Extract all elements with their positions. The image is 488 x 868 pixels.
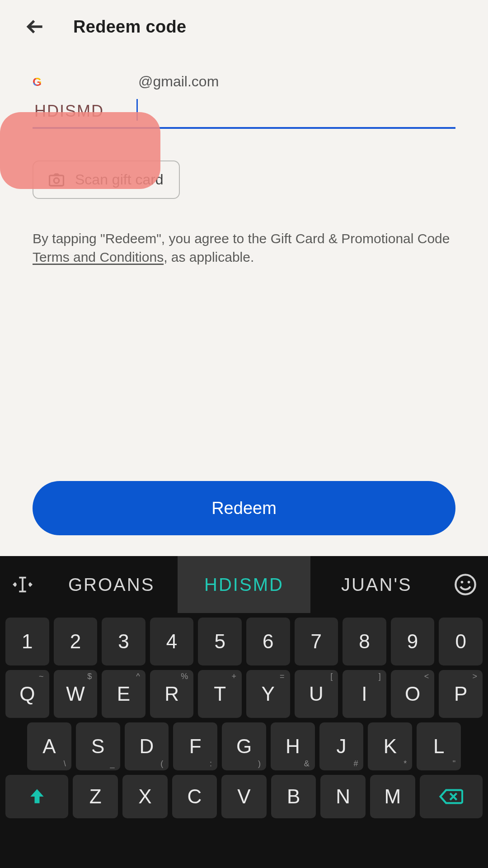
suggestion-1[interactable]: HDISMD <box>178 556 310 613</box>
key-hint: ( <box>160 759 163 769</box>
key-f[interactable]: F: <box>173 722 217 770</box>
key-hint: " <box>453 759 455 769</box>
key-hint: \ <box>64 759 66 769</box>
google-logo-icon: G <box>33 75 46 89</box>
key-b[interactable]: B <box>271 775 316 818</box>
svg-point-4 <box>468 581 470 584</box>
key-k[interactable]: K* <box>368 722 412 770</box>
key-hint: : <box>210 759 212 769</box>
soft-keyboard: GROANS HDISMD JUAN'S 1234567890 Q~W$E^R%… <box>0 556 488 868</box>
arrow-left-icon <box>26 17 46 37</box>
shift-key[interactable] <box>5 775 68 818</box>
key-6[interactable]: 6 <box>246 618 290 665</box>
key-hint: # <box>353 759 358 769</box>
suggestion-0[interactable]: GROANS <box>45 556 178 613</box>
key-i[interactable]: I] <box>343 670 386 718</box>
key-y[interactable]: Y= <box>246 670 290 718</box>
key-e[interactable]: E^ <box>102 670 145 718</box>
key-o[interactable]: O< <box>391 670 435 718</box>
key-t[interactable]: T+ <box>198 670 242 718</box>
key-hint: [ <box>330 672 333 681</box>
key-r[interactable]: R% <box>150 670 194 718</box>
terms-and-conditions-link[interactable]: Terms and Conditions <box>33 250 164 264</box>
svg-point-3 <box>461 581 464 584</box>
key-hint: ) <box>258 759 261 769</box>
svg-point-2 <box>455 575 475 594</box>
key-hint: ^ <box>136 672 140 681</box>
emoji-button[interactable] <box>443 556 488 613</box>
scan-gift-card-button[interactable]: Scan gift card <box>33 160 180 199</box>
key-hint: & <box>304 759 310 769</box>
key-0[interactable]: 0 <box>439 618 483 665</box>
key-p[interactable]: P> <box>439 670 483 718</box>
text-cursor-icon <box>12 574 33 595</box>
key-z[interactable]: Z <box>73 775 118 818</box>
svg-point-1 <box>54 178 59 183</box>
cursor-move-handle[interactable] <box>0 556 45 613</box>
key-1[interactable]: 1 <box>5 618 49 665</box>
suggestion-2[interactable]: JUAN'S <box>310 556 443 613</box>
svg-rect-0 <box>49 175 63 186</box>
key-hint: _ <box>110 759 115 769</box>
legal-text: By tapping "Redeem", you agree to the Gi… <box>33 230 455 266</box>
key-3[interactable]: 3 <box>102 618 145 665</box>
backspace-icon <box>439 788 463 805</box>
key-hint: + <box>231 672 236 681</box>
key-5[interactable]: 5 <box>198 618 242 665</box>
key-j[interactable]: J# <box>319 722 364 770</box>
camera-icon <box>49 173 64 187</box>
backspace-key[interactable] <box>420 775 483 818</box>
key-x[interactable]: X <box>122 775 168 818</box>
key-w[interactable]: W$ <box>54 670 98 718</box>
key-8[interactable]: 8 <box>343 618 386 665</box>
key-l[interactable]: L" <box>417 722 461 770</box>
emoji-icon <box>454 573 477 596</box>
app-bar: Redeem code <box>0 0 488 46</box>
key-hint: * <box>404 759 407 769</box>
shift-icon <box>27 787 47 807</box>
key-v[interactable]: V <box>221 775 267 818</box>
key-2[interactable]: 2 <box>54 618 98 665</box>
key-hint: % <box>181 672 188 681</box>
key-7[interactable]: 7 <box>295 618 338 665</box>
key-m[interactable]: M <box>370 775 415 818</box>
key-n[interactable]: N <box>320 775 366 818</box>
key-hint: < <box>424 672 429 681</box>
key-hint: = <box>280 672 285 681</box>
key-g[interactable]: G) <box>222 722 266 770</box>
redeem-button[interactable]: Redeem <box>33 481 455 535</box>
code-input[interactable] <box>33 94 455 129</box>
account-row: G @gmail.com <box>33 73 455 90</box>
key-9[interactable]: 9 <box>391 618 435 665</box>
scan-button-label: Scan gift card <box>75 171 164 188</box>
page-title: Redeem code <box>73 17 186 37</box>
key-c[interactable]: C <box>172 775 217 818</box>
key-hint: $ <box>87 672 92 681</box>
key-4[interactable]: 4 <box>150 618 194 665</box>
key-q[interactable]: Q~ <box>5 670 49 718</box>
key-hint: ] <box>379 672 381 681</box>
text-caret <box>136 99 138 121</box>
key-hint: ~ <box>39 672 44 681</box>
key-u[interactable]: U[ <box>295 670 338 718</box>
back-button[interactable] <box>25 16 46 37</box>
key-d[interactable]: D( <box>125 722 169 770</box>
key-h[interactable]: H& <box>271 722 315 770</box>
key-s[interactable]: S_ <box>76 722 120 770</box>
key-hint: > <box>472 672 477 681</box>
account-email: @gmail.com <box>138 73 219 90</box>
key-a[interactable]: A\ <box>27 722 71 770</box>
